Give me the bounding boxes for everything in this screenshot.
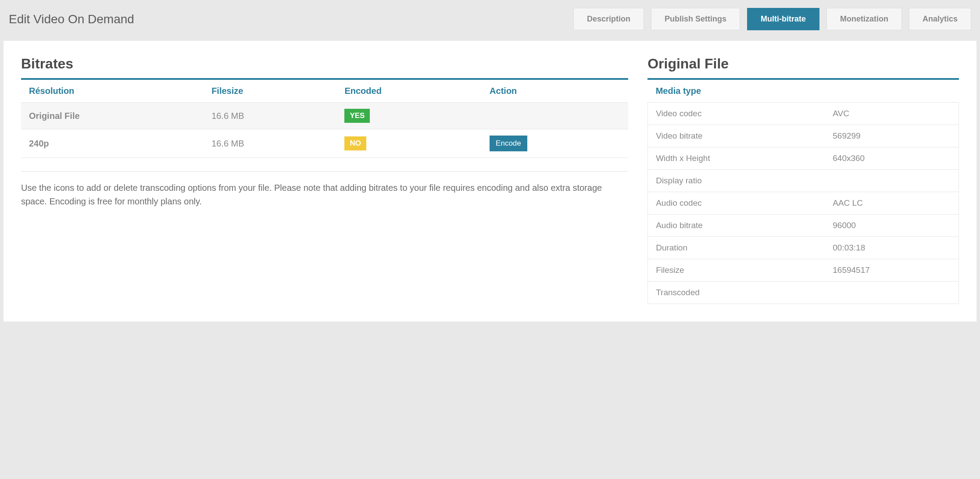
info-value: 640x360 [825, 147, 959, 170]
cell-filesize: 16.6 MB [204, 103, 336, 129]
table-row: Display ratio [648, 170, 959, 192]
info-value [825, 170, 959, 192]
page-title: Edit Video On Demand [9, 12, 134, 26]
cell-resolution: Original File [21, 103, 204, 129]
col-encoded: Encoded [336, 80, 482, 103]
table-row: Duration00:03:18 [648, 237, 959, 259]
tab-analytics[interactable]: Analytics [909, 8, 971, 30]
cell-action [482, 103, 628, 129]
bitrates-heading: Bitrates [21, 56, 628, 80]
tab-monetization[interactable]: Monetization [826, 8, 902, 30]
cell-encoded: YES [336, 103, 482, 129]
info-value: AVC [825, 103, 959, 125]
info-label: Filesize [648, 259, 825, 282]
media-type-header: Media type [648, 80, 959, 103]
cell-encoded: NO [336, 129, 482, 158]
cell-resolution: 240p [21, 129, 204, 158]
encode-button[interactable]: Encode [490, 136, 527, 151]
info-label: Duration [648, 237, 825, 259]
table-row: 240p 16.6 MB NO Encode [21, 129, 628, 158]
info-label: Display ratio [648, 170, 825, 192]
table-row: Transcoded [648, 282, 959, 304]
bitrates-section: Bitrates Résolution Filesize Encoded Act… [21, 56, 628, 304]
col-action: Action [482, 80, 628, 103]
info-label: Transcoded [648, 282, 825, 304]
original-file-heading: Original File [647, 56, 959, 80]
info-value: 569299 [825, 125, 959, 147]
info-value [825, 282, 959, 304]
info-value: 96000 [825, 214, 959, 237]
bitrates-note: Use the icons to add or delete transcodi… [21, 181, 628, 208]
cell-filesize: 16.6 MB [204, 129, 336, 158]
divider [21, 171, 628, 172]
table-row: Video codecAVC [648, 103, 959, 125]
tab-multi-bitrate[interactable]: Multi-bitrate [747, 8, 819, 30]
original-file-section: Original File Media type Video codecAVC … [647, 56, 959, 304]
cell-action: Encode [482, 129, 628, 158]
table-row: Width x Height640x360 [648, 147, 959, 170]
table-row: Audio codecAAC LC [648, 192, 959, 214]
tab-publish-settings[interactable]: Publish Settings [651, 8, 740, 30]
encoded-badge-no: NO [344, 136, 366, 150]
info-value: AAC LC [825, 192, 959, 214]
col-filesize: Filesize [204, 80, 336, 103]
info-label: Video bitrate [648, 125, 825, 147]
table-row: Filesize16594517 [648, 259, 959, 282]
info-label: Video codec [648, 103, 825, 125]
table-row: Audio bitrate96000 [648, 214, 959, 237]
original-file-table: Media type Video codecAVC Video bitrate5… [647, 80, 959, 304]
tab-description[interactable]: Description [573, 8, 644, 30]
table-row: Video bitrate569299 [648, 125, 959, 147]
col-resolution: Résolution [21, 80, 204, 103]
info-value: 16594517 [825, 259, 959, 282]
encoded-badge-yes: YES [344, 109, 370, 123]
tabs: Description Publish Settings Multi-bitra… [573, 8, 971, 30]
info-label: Audio codec [648, 192, 825, 214]
topbar: Edit Video On Demand Description Publish… [0, 0, 980, 41]
info-label: Width x Height [648, 147, 825, 170]
bitrates-table: Résolution Filesize Encoded Action Origi… [21, 80, 628, 158]
info-value: 00:03:18 [825, 237, 959, 259]
table-row: Original File 16.6 MB YES [21, 103, 628, 129]
content-panel: Bitrates Résolution Filesize Encoded Act… [4, 41, 976, 322]
info-label: Audio bitrate [648, 214, 825, 237]
